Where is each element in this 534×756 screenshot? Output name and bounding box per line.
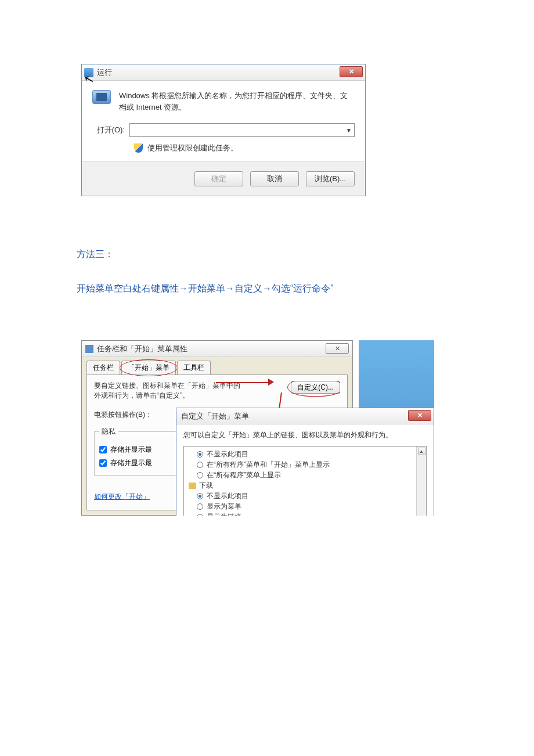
props-title: 任务栏和「开始」菜单属性	[97, 344, 187, 354]
close-button[interactable]: ✕	[340, 66, 363, 77]
tab-taskbar[interactable]: 任务栏	[86, 361, 120, 375]
properties-figure: 任务栏和「开始」菜单属性 ✕ 任务栏 「开始」菜单 工具栏 自定义(C)... …	[81, 340, 434, 516]
radio-download-opt1[interactable]: 显示为菜单	[187, 501, 423, 512]
open-input[interactable]	[130, 124, 344, 136]
cust-title: 自定义「开始」菜单	[181, 411, 249, 422]
props-close-button[interactable]: ✕	[326, 343, 349, 354]
customize-tree: 不显示此项目 在“所有程序”菜单和「开始」菜单上显示 在“所有程序”菜单上显示 …	[183, 446, 427, 516]
radio-group0-opt1[interactable]: 在“所有程序”菜单和「开始」菜单上显示	[187, 459, 423, 470]
run-program-icon	[92, 90, 111, 104]
cust-close-button[interactable]: ✕	[408, 410, 431, 421]
tree-content[interactable]: 不显示此项目 在“所有程序”菜单和「开始」菜单上显示 在“所有程序”菜单上显示 …	[184, 447, 426, 516]
checkbox-store-recent-1[interactable]	[99, 446, 107, 453]
folder-icon	[189, 483, 196, 489]
run-open-row: 打开(O): ▼	[82, 120, 365, 143]
radio-download-opt0[interactable]: 不显示此项目	[187, 491, 423, 501]
props-titlebar: 任务栏和「开始」菜单属性 ✕	[82, 341, 352, 357]
run-title: 运行	[97, 67, 112, 78]
checkbox-store-recent-2[interactable]	[99, 459, 107, 467]
ok-button[interactable]: 确定	[194, 171, 243, 186]
run-description: Windows 将根据您所输入的名称，为您打开相应的程序、文件夹、文档或 Int…	[119, 90, 355, 113]
radio-download-opt2[interactable]: 显示为链接	[187, 512, 423, 516]
run-dialog: 运行 ✕ Windows 将根据您所输入的名称，为您打开相应的程序、文件夹、文档…	[81, 64, 366, 196]
howto-link[interactable]: 如何更改「开始」	[94, 492, 150, 502]
tab-toolbars[interactable]: 工具栏	[177, 361, 211, 375]
annotation-arrow-1	[216, 379, 274, 387]
cancel-button[interactable]: 取消	[250, 171, 299, 186]
privacy-legend: 隐私	[99, 427, 118, 437]
tab-startmenu[interactable]: 「开始」菜单	[121, 361, 176, 375]
tab-strip: 任务栏 「开始」菜单 工具栏	[82, 357, 352, 375]
run-button-bar: 确定 取消 浏览(B)...	[82, 161, 365, 196]
tree-download: 下载	[187, 480, 423, 491]
scroll-up-icon[interactable]: ▲	[418, 448, 425, 455]
open-combobox[interactable]: ▼	[129, 123, 355, 137]
customize-button-wrap: 自定义(C)...	[291, 381, 340, 394]
cust-titlebar: 自定义「开始」菜单 ✕	[176, 408, 434, 424]
dropdown-arrow-icon[interactable]: ▼	[344, 124, 354, 136]
cust-description: 您可以自定义「开始」菜单上的链接、图标以及菜单的外观和行为。	[183, 430, 427, 440]
instruction-text: 方法三： 开始菜单空白处右键属性→开始菜单→自定义→勾选“运行命令”	[77, 249, 534, 295]
run-titlebar: 运行 ✕	[82, 64, 365, 81]
open-label: 打开(O):	[92, 125, 129, 135]
props-app-icon	[85, 345, 93, 353]
method-description: 开始菜单空白处右键属性→开始菜单→自定义→勾选“运行命令”	[77, 283, 534, 295]
customize-button[interactable]: 自定义(C)...	[291, 381, 340, 394]
admin-text: 使用管理权限创建此任务。	[147, 143, 238, 153]
radio-group0-opt2[interactable]: 在“所有程序”菜单上显示	[187, 470, 423, 480]
shield-icon	[134, 143, 143, 153]
tree-scrollbar[interactable]: ▲ ≡ ▼	[416, 447, 426, 516]
admin-row: 使用管理权限创建此任务。	[82, 143, 365, 161]
customize-startmenu-dialog: 自定义「开始」菜单 ✕ 您可以自定义「开始」菜单上的链接、图标以及菜单的外观和行…	[176, 408, 434, 516]
run-body: Windows 将根据您所输入的名称，为您打开相应的程序、文件夹、文档或 Int…	[82, 81, 365, 120]
radio-group0-opt0[interactable]: 不显示此项目	[187, 449, 423, 459]
method-heading: 方法三：	[77, 249, 534, 261]
cust-body: 您可以自定义「开始」菜单上的链接、图标以及菜单的外观和行为。 不显示此项目 在“…	[176, 424, 434, 516]
browse-button[interactable]: 浏览(B)...	[306, 171, 355, 186]
